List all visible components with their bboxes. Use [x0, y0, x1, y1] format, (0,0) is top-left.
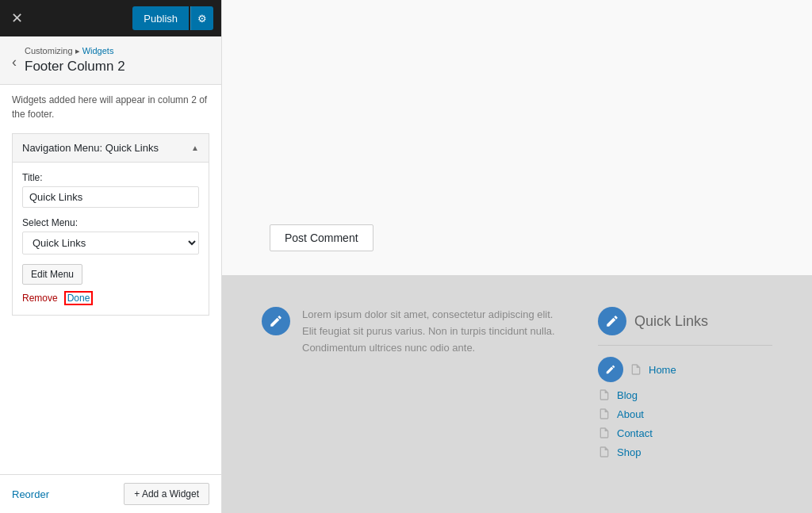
footer-description-text: Lorem ipsum dolor sit amet, consectetur … — [302, 307, 563, 356]
settings-button[interactable]: ⚙ — [190, 6, 213, 30]
widget-panel: Navigation Menu: Quick Links ▲ Title: Se… — [12, 133, 209, 316]
edit-menu-area: Edit Menu — [22, 264, 199, 285]
blog-link[interactable]: Blog — [617, 389, 638, 401]
widget-panel-body: Title: Select Menu: Quick Links Edit Men… — [13, 162, 209, 315]
remove-link[interactable]: Remove — [22, 293, 58, 304]
done-link[interactable]: Done — [64, 291, 94, 305]
footer-left-icon — [262, 307, 290, 335]
breadcrumb-area: ‹ Customizing ▸ Widgets Footer Column 2 — [0, 36, 221, 85]
breadcrumb-part2[interactable]: Widgets — [82, 46, 114, 56]
back-button[interactable]: ‹ — [12, 54, 17, 71]
sidebar-header: ✕ Publish ⚙ — [0, 0, 221, 36]
select-menu-label: Select Menu: — [22, 217, 199, 228]
pencil-icon — [269, 314, 283, 328]
quick-links-heading: Quick Links — [634, 313, 708, 330]
doc-icon — [598, 389, 611, 401]
select-menu-field-group: Select Menu: Quick Links — [22, 217, 199, 255]
close-button[interactable]: ✕ — [8, 8, 26, 29]
shop-link[interactable]: Shop — [617, 446, 641, 458]
quick-links-divider — [598, 345, 772, 346]
doc-icon — [630, 363, 642, 376]
sidebar-bottom: Reorder + Add a Widget — [0, 474, 221, 513]
widget-panel-header[interactable]: Navigation Menu: Quick Links ▲ — [13, 134, 209, 162]
select-menu-dropdown[interactable]: Quick Links — [22, 232, 199, 255]
post-comment-button[interactable]: Post Comment — [270, 224, 373, 251]
doc-icon — [598, 408, 611, 420]
list-item: Home — [598, 354, 772, 385]
quick-links-list: Home Blog About Contact Shop — [598, 354, 772, 461]
reorder-link[interactable]: Reorder — [12, 488, 49, 500]
pencil-small-icon — [605, 364, 616, 375]
title-input[interactable] — [22, 186, 199, 208]
sidebar: ✕ Publish ⚙ ‹ Customizing ▸ Widgets Foot… — [0, 0, 222, 513]
title-field-group: Title: — [22, 172, 199, 208]
list-item: Shop — [598, 442, 772, 461]
widget-description: Widgets added here will appear in column… — [12, 93, 209, 121]
widget-panel-title: Navigation Menu: Quick Links — [22, 142, 159, 154]
home-link[interactable]: Home — [649, 364, 676, 376]
doc-icon — [598, 427, 611, 439]
breadcrumb-part1: Customizing — [25, 46, 73, 56]
chevron-up-icon: ▲ — [191, 144, 199, 152]
list-item: Blog — [598, 385, 772, 404]
preview-area: Post Comment Lorem ipsum dolor sit amet,… — [222, 0, 812, 513]
doc-icon — [598, 446, 611, 458]
quick-links-icon — [598, 307, 626, 335]
add-widget-button[interactable]: + Add a Widget — [124, 483, 209, 505]
preview-top: Post Comment — [222, 0, 812, 275]
header-actions: Publish ⚙ — [132, 6, 213, 30]
list-item: About — [598, 404, 772, 423]
breadcrumb-text: Customizing ▸ Widgets Footer Column 2 — [25, 46, 125, 75]
title-label: Title: — [22, 172, 199, 183]
sidebar-content: Widgets added here will appear in column… — [0, 85, 221, 474]
breadcrumb-nav: Customizing ▸ Widgets — [25, 46, 125, 56]
publish-button[interactable]: Publish — [132, 6, 189, 30]
footer-right: Quick Links Home Blog — [598, 307, 772, 461]
contact-link[interactable]: Contact — [617, 427, 653, 439]
breadcrumb-separator: ▸ — [75, 46, 80, 56]
footer-left: Lorem ipsum dolor sit amet, consectetur … — [262, 307, 563, 356]
home-link-icon — [598, 357, 623, 382]
page-title: Footer Column 2 — [25, 59, 125, 75]
list-item: Contact — [598, 423, 772, 442]
pencil-icon-right — [605, 314, 619, 328]
preview-footer: Lorem ipsum dolor sit amet, consectetur … — [222, 275, 812, 513]
edit-menu-button[interactable]: Edit Menu — [22, 264, 82, 285]
about-link[interactable]: About — [617, 408, 644, 420]
widget-panel-footer: Remove Done — [22, 285, 199, 305]
quick-links-title-area: Quick Links — [598, 307, 772, 335]
